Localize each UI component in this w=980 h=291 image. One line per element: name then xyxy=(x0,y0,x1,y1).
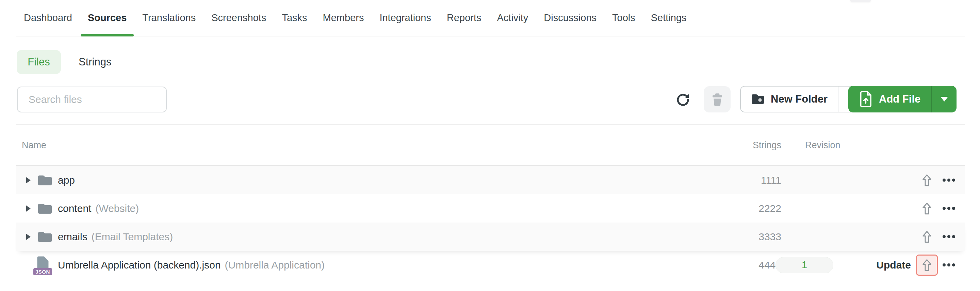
nav-item-tools[interactable]: Tools xyxy=(612,0,635,36)
revision-badge: 1 xyxy=(775,257,833,273)
caret-down-icon xyxy=(940,97,948,102)
sources-files-page: Dashboard Sources Translations Screensho… xyxy=(0,0,980,291)
upload-icon xyxy=(922,202,932,215)
strings-count: 2222 xyxy=(759,203,781,214)
upload-icon xyxy=(922,259,932,272)
table-header: Name Strings Revision xyxy=(16,125,965,165)
search-input[interactable] xyxy=(18,87,166,112)
strings-count: 1111 xyxy=(761,174,781,186)
file-name[interactable]: app xyxy=(58,174,75,186)
tab-strings[interactable]: Strings xyxy=(62,50,127,74)
expand-folder-button[interactable] xyxy=(26,177,30,183)
add-file-label: Add File xyxy=(879,93,920,105)
add-file-icon xyxy=(859,91,873,108)
nav-item-translations[interactable]: Translations xyxy=(142,0,196,36)
row-menu-button[interactable] xyxy=(940,262,957,269)
ellipsis-icon xyxy=(943,264,946,267)
ellipsis-icon xyxy=(943,207,946,210)
row-menu-button[interactable] xyxy=(940,233,957,240)
update-file-link[interactable]: Update xyxy=(876,259,911,271)
trash-icon xyxy=(711,93,723,106)
nav-item-activity[interactable]: Activity xyxy=(497,0,528,36)
folder-icon xyxy=(37,174,52,186)
caret-right-icon xyxy=(26,205,30,212)
table-row-folder-emails[interactable]: emails(Email Templates) 3333 xyxy=(16,222,965,251)
file-name[interactable]: emails(Email Templates) xyxy=(58,231,173,243)
table-row-folder-content[interactable]: content(Website) 2222 xyxy=(16,194,965,222)
json-file-icon: JSON xyxy=(36,256,52,274)
row-menu-button[interactable] xyxy=(940,177,957,184)
refresh-button[interactable] xyxy=(675,92,691,108)
refresh-icon xyxy=(675,92,691,108)
expand-folder-button[interactable] xyxy=(26,234,30,240)
expand-folder-button[interactable] xyxy=(26,205,30,212)
nav-item-discussions[interactable]: Discussions xyxy=(544,0,597,36)
folder-icon xyxy=(37,231,52,243)
project-nav: Dashboard Sources Translations Screensho… xyxy=(16,0,965,37)
files-table: app 1111 content(Website) 2222 xyxy=(16,165,965,279)
upload-icon xyxy=(922,230,932,243)
upload-translations-button[interactable] xyxy=(916,170,938,191)
file-note: (Umbrella Application) xyxy=(225,259,325,270)
nav-item-screenshots[interactable]: Screenshots xyxy=(211,0,266,36)
revision-cell: 1 xyxy=(775,257,833,273)
table-row-file-umbrella-json[interactable]: JSON Umbrella Application (backend).json… xyxy=(16,251,965,279)
nav-item-dashboard[interactable]: Dashboard xyxy=(24,0,72,36)
delete-button[interactable] xyxy=(704,86,730,112)
ellipsis-icon xyxy=(943,179,946,182)
add-file-button[interactable]: Add File xyxy=(848,86,931,112)
file-note: (Email Templates) xyxy=(92,231,173,242)
nav-item-sources[interactable]: Sources xyxy=(88,0,127,36)
row-menu-button[interactable] xyxy=(940,205,957,212)
upload-translations-button[interactable] xyxy=(916,198,938,219)
nav-item-tasks[interactable]: Tasks xyxy=(282,0,307,36)
ellipsis-icon xyxy=(943,235,946,238)
nav-item-members[interactable]: Members xyxy=(323,0,364,36)
search-files-box xyxy=(17,86,167,112)
new-folder-button[interactable]: New Folder xyxy=(741,86,838,112)
upload-translations-button[interactable] xyxy=(916,226,938,247)
new-folder-split-button: New Folder xyxy=(740,86,864,112)
table-row-folder-app[interactable]: app 1111 xyxy=(16,166,965,194)
column-header-name: Name xyxy=(22,140,46,150)
file-name[interactable]: content(Website) xyxy=(58,203,139,214)
folder-icon xyxy=(37,203,52,214)
file-name[interactable]: Umbrella Application (backend).json(Umbr… xyxy=(58,259,325,271)
file-note: (Website) xyxy=(95,203,139,214)
json-badge: JSON xyxy=(33,268,52,275)
strings-count: 3333 xyxy=(759,231,781,243)
caret-right-icon xyxy=(26,177,30,183)
add-file-split-button: Add File xyxy=(848,86,956,112)
column-header-revision: Revision xyxy=(805,140,840,150)
column-header-strings: Strings xyxy=(753,140,781,150)
new-folder-label: New Folder xyxy=(771,93,827,105)
new-folder-icon xyxy=(751,94,765,105)
tab-files[interactable]: Files xyxy=(17,50,61,74)
upload-icon xyxy=(922,174,932,187)
nav-item-integrations[interactable]: Integrations xyxy=(379,0,431,36)
add-file-dropdown-button[interactable] xyxy=(931,86,956,112)
nav-item-reports[interactable]: Reports xyxy=(447,0,482,36)
nav-item-settings[interactable]: Settings xyxy=(651,0,687,36)
upload-translations-button-highlighted[interactable] xyxy=(916,254,938,276)
caret-right-icon xyxy=(26,234,30,240)
